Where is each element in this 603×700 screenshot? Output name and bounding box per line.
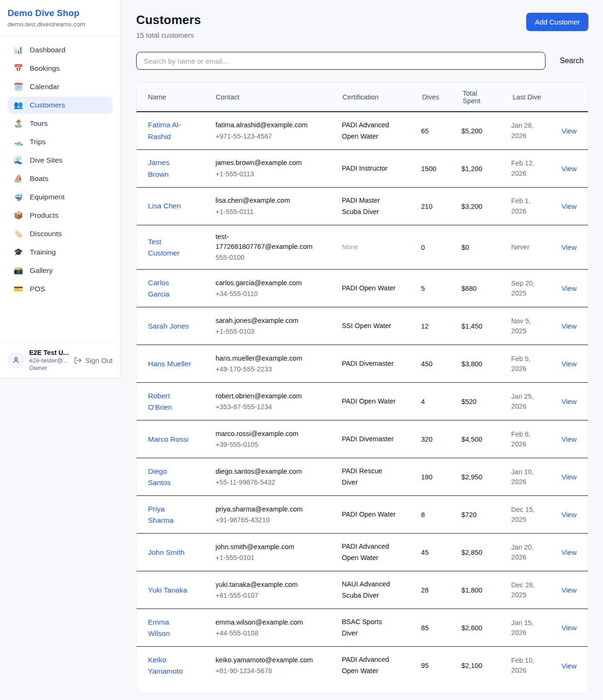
sidebar: Demo Dive Shop demo.test.divestreams.com… — [0, 0, 121, 378]
view-customer-link[interactable]: View — [562, 435, 577, 443]
customer-total-spent: $5,200 — [461, 127, 482, 135]
customer-phone: +1-555-0101 — [216, 553, 318, 563]
customer-dives: 65 — [421, 127, 429, 135]
view-customer-link[interactable]: View — [562, 473, 577, 481]
customer-phone: +1-555-0103 — [216, 327, 318, 337]
customer-certification: SSI Open Water — [342, 321, 399, 332]
customer-dives: 5 — [421, 285, 425, 292]
customer-name-link[interactable]: Test Customer — [148, 236, 191, 259]
table-header: Name Contact Certification Dives Total S… — [137, 82, 588, 112]
view-customer-link[interactable]: View — [562, 662, 577, 670]
sidebar-item-calendar[interactable]: 🗓️ Calendar — [8, 78, 113, 95]
sidebar-item-label: Dashboard — [30, 46, 65, 54]
customer-certification: PADI Master Scuba Diver — [342, 195, 399, 218]
customer-email: keiko.yamamoto@example.com — [216, 655, 318, 665]
customer-name-link[interactable]: Fatima Al-Rashid — [148, 119, 191, 142]
sidebar-item-label: Bookings — [30, 64, 60, 73]
table-row: Fatima Al-Rashid fatima.alrashid@example… — [137, 112, 588, 150]
customer-last-dive: Feb 5, 2026 — [511, 354, 541, 374]
customer-last-dive: Jan 28, 2026 — [511, 121, 541, 140]
customer-name-link[interactable]: Keiko Yamamoto — [148, 654, 191, 677]
customer-name-link[interactable]: Sarah Jones — [148, 321, 189, 332]
view-customer-link[interactable]: View — [562, 624, 577, 632]
customer-total-spent: $2,600 — [461, 624, 482, 632]
customer-dives: 180 — [421, 473, 432, 481]
table-row: Robert O'Brien robert.obrien@example.com… — [137, 383, 588, 420]
view-customer-link[interactable]: View — [562, 548, 577, 556]
sidebar-item-trips[interactable]: 🛥️ Trips — [8, 133, 113, 150]
table-row: Emma Wilson emma.wilson@example.com +44-… — [137, 609, 588, 647]
customer-name-link[interactable]: Carlos Garcia — [148, 277, 191, 300]
spiral-calendar-icon: 🗓️ — [13, 83, 24, 91]
table-row: Diego Santos diego.santos@example.com +5… — [137, 458, 588, 496]
customer-dives: 210 — [421, 203, 432, 210]
customer-total-spent: $1,450 — [461, 322, 482, 330]
customer-total-spent: $1,800 — [461, 586, 482, 594]
view-customer-link[interactable]: View — [562, 586, 577, 594]
table-row: Hans Mueller hans.mueller@example.com +4… — [137, 345, 588, 383]
credit-card-icon: 💳 — [13, 285, 24, 293]
search-input[interactable] — [136, 52, 546, 70]
customer-name-link[interactable]: Robert O'Brien — [148, 390, 191, 413]
avatar — [8, 352, 24, 369]
customer-name-link[interactable]: Marco Rossi — [148, 434, 188, 445]
table-row: James Brown james.brown@example.com +1-5… — [137, 150, 588, 188]
sidebar-item-boats[interactable]: ⛵ Boats — [8, 170, 113, 187]
sidebar-item-customers[interactable]: 👥 Customers — [8, 97, 113, 114]
add-customer-button[interactable]: Add Customer — [526, 13, 588, 31]
sidebar-item-dashboard[interactable]: 📊 Dashboard — [8, 41, 113, 58]
sidebar-item-label: Training — [30, 248, 56, 256]
sidebar-item-equipment[interactable]: 🤿 Equipment — [8, 189, 113, 206]
customer-name-link[interactable]: John Smith — [148, 547, 185, 558]
user-section: E2E Test U... e2e-tester@... Owner Sign … — [0, 342, 120, 378]
sidebar-item-discounts[interactable]: 🏷️ Discounts — [8, 225, 113, 242]
bar-chart-icon: 📊 — [13, 46, 24, 54]
customer-total-spent: $3,200 — [461, 203, 482, 210]
customer-last-dive: Sep 20, 2025 — [511, 279, 541, 298]
customer-name-link[interactable]: Lisa Chen — [148, 200, 181, 212]
sidebar-item-label: Gallery — [30, 266, 53, 275]
view-customer-link[interactable]: View — [562, 511, 577, 519]
search-button[interactable]: Search — [555, 54, 588, 68]
column-header-last-dive: Last Dive — [513, 93, 563, 101]
customer-email: carlos.garcia@example.com — [216, 278, 318, 288]
customer-certification: PADI Advanced Open Water — [342, 541, 399, 564]
customer-email: john.smith@example.com — [216, 542, 318, 552]
customer-last-dive: Jan 25, 2026 — [511, 392, 541, 412]
view-customer-link[interactable]: View — [562, 243, 577, 251]
sidebar-item-bookings[interactable]: 📅 Bookings — [8, 60, 113, 77]
view-customer-link[interactable]: View — [562, 397, 577, 405]
customer-name-link[interactable]: Emma Wilson — [148, 617, 191, 639]
view-customer-link[interactable]: View — [562, 284, 577, 292]
view-customer-link[interactable]: View — [562, 127, 577, 135]
people-icon: 👥 — [13, 101, 24, 109]
customer-phone: +44-555-0108 — [216, 628, 318, 638]
sign-out-button[interactable]: Sign Out — [74, 356, 113, 364]
customer-name-link[interactable]: Yuki Tanaka — [148, 585, 187, 596]
customer-certification: NAUI Advanced Scuba Diver — [342, 579, 399, 601]
shop-domain: demo.test.divestreams.com — [8, 21, 113, 28]
table-row: Test Customer test-1772681807767@example… — [137, 225, 588, 270]
view-customer-link[interactable]: View — [562, 322, 577, 330]
customer-name-link[interactable]: James Brown — [148, 157, 191, 180]
customer-phone: +971-55-123-4567 — [216, 132, 318, 141]
sidebar-item-label: Discounts — [30, 230, 62, 238]
user-email: e2e-tester@... — [29, 357, 69, 364]
sidebar-item-training[interactable]: 🎓 Training — [8, 244, 113, 261]
customer-phone: +1-555-0111 — [216, 207, 318, 217]
customer-name-link[interactable]: Priya Sharma — [148, 503, 191, 526]
customer-name-link[interactable]: Hans Mueller — [148, 358, 191, 370]
column-header-name: Name — [148, 93, 216, 101]
sidebar-item-products[interactable]: 📦 Products — [8, 207, 113, 224]
wave-icon: 🌊 — [13, 156, 24, 164]
view-customer-link[interactable]: View — [562, 202, 577, 210]
sidebar-item-tours[interactable]: 🏝️ Tours — [8, 115, 113, 132]
view-customer-link[interactable]: View — [562, 360, 577, 368]
customer-name-link[interactable]: Diego Santos — [148, 466, 191, 488]
sidebar-item-pos[interactable]: 💳 POS — [8, 280, 113, 297]
sidebar-item-gallery[interactable]: 📸 Gallery — [8, 262, 113, 279]
sidebar-nav: 📊 Dashboard 📅 Bookings 🗓️ Calendar 👥 Cus… — [0, 35, 120, 342]
view-customer-link[interactable]: View — [562, 165, 577, 173]
sidebar-item-dive-sites[interactable]: 🌊 Dive Sites — [8, 152, 113, 169]
customer-total-spent: $680 — [461, 285, 476, 292]
